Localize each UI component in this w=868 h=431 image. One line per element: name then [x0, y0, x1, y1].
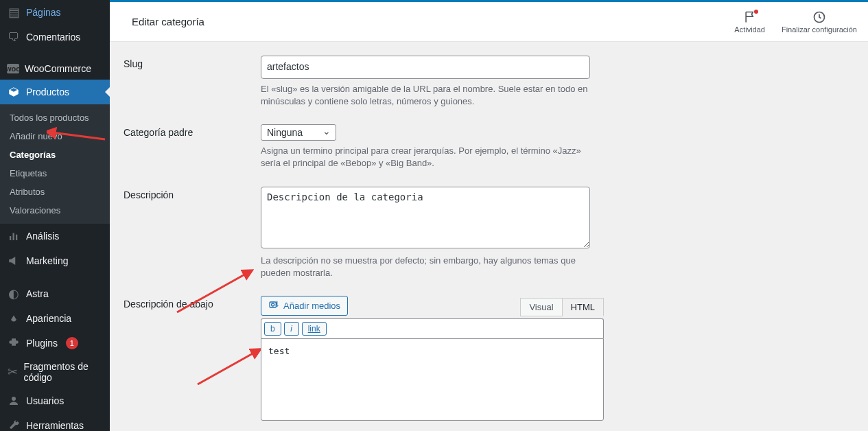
appearance-icon	[7, 312, 21, 325]
notification-dot	[754, 10, 758, 14]
code-snippets-icon: ✂	[7, 365, 19, 379]
slug-row: Slug El «slug» es la versión amigable de…	[124, 56, 854, 108]
sidebar-item-herramientas[interactable]: Herramientas	[0, 413, 110, 431]
plugins-icon	[7, 336, 21, 350]
camera-music-icon	[268, 299, 279, 312]
sidebar-item-comentarios[interactable]: 🗨 Comentarios	[0, 25, 110, 49]
sidebar-label: Fragmentos de código	[24, 361, 103, 383]
slug-input[interactable]	[261, 56, 590, 79]
description-label: Descripción	[124, 187, 261, 279]
page-title: Editar categoría	[110, 16, 204, 27]
tab-html[interactable]: HTML	[563, 298, 604, 316]
sidebar-label: Marketing	[26, 255, 68, 266]
header-actions: Actividad Finalizar configuración	[734, 10, 868, 34]
sidebar-item-marketing[interactable]: Marketing	[0, 248, 110, 273]
tools-icon	[7, 419, 21, 431]
sidebar-label: Comentarios	[26, 32, 80, 43]
tab-visual[interactable]: Visual	[520, 298, 562, 316]
quicktags-toolbar: b i link	[261, 318, 604, 338]
analytics-icon	[7, 229, 21, 243]
finish-label: Finalizar configuración	[782, 25, 857, 34]
finish-setup-button[interactable]: Finalizar configuración	[782, 10, 857, 34]
bold-button[interactable]: b	[264, 322, 281, 336]
submenu-todos-productos[interactable]: Todos los productos	[0, 108, 110, 127]
bottom-description-row: Descripción de abajo Añadir medios Visua…	[124, 296, 854, 421]
products-icon	[7, 85, 21, 99]
plugins-count-badge: 1	[66, 337, 78, 349]
sidebar-item-astra[interactable]: ◐ Astra	[0, 281, 110, 306]
sidebar-item-paginas[interactable]: ▤ Páginas	[0, 0, 110, 25]
sidebar-label: Páginas	[26, 7, 61, 18]
italic-button[interactable]: i	[284, 322, 299, 336]
sidebar-item-usuarios[interactable]: Usuarios	[0, 388, 110, 413]
sidebar-item-woocommerce[interactable]: woo WooCommerce	[0, 58, 110, 80]
svg-point-12	[272, 303, 274, 306]
sidebar-item-fragmentos[interactable]: ✂ Fragmentos de código	[0, 356, 110, 388]
sidebar-label: Apariencia	[26, 313, 71, 324]
svg-rect-0	[10, 236, 11, 240]
bottom-description-label: Descripción de abajo	[124, 296, 261, 421]
sidebar-item-plugins[interactable]: Plugins 1	[0, 331, 110, 356]
submenu-etiquetas[interactable]: Etiquetas	[0, 164, 110, 183]
add-media-label: Añadir medios	[283, 301, 340, 311]
woocommerce-icon: woo	[7, 64, 19, 73]
sidebar-label: Herramientas	[26, 420, 84, 431]
parent-help: Asigna un termino principal para crear j…	[261, 145, 597, 170]
editor-tabs: Visual HTML	[520, 297, 604, 316]
submenu-valoraciones[interactable]: Valoraciones	[0, 201, 110, 220]
parent-label: Categoría padre	[124, 124, 261, 170]
svg-rect-2	[16, 235, 17, 240]
parent-select[interactable]: Ninguna	[261, 124, 336, 141]
clock-icon	[812, 10, 826, 24]
description-textarea[interactable]: Descripcion de la categoria	[261, 187, 590, 248]
submenu-atributos[interactable]: Atributos	[0, 183, 110, 201]
svg-rect-11	[270, 302, 276, 307]
sidebar-item-productos[interactable]: Productos	[0, 80, 110, 104]
html-editor-textarea[interactable]: test	[261, 338, 604, 421]
users-icon	[7, 394, 21, 408]
description-help: La descripción no se muestra por defecto…	[261, 255, 597, 279]
sidebar-label: Plugins	[26, 338, 58, 349]
astra-icon: ◐	[7, 287, 21, 301]
submenu-anadir-nuevo[interactable]: Añadir nuevo	[0, 127, 110, 145]
slug-help: El «slug» es la versión amigable de la U…	[261, 83, 597, 108]
sidebar-item-apariencia[interactable]: Apariencia	[0, 306, 110, 331]
flag-icon	[743, 10, 757, 24]
slug-label: Slug	[124, 56, 261, 108]
sidebar-label: Análisis	[26, 231, 59, 242]
pages-icon: ▤	[7, 5, 21, 19]
productos-submenu: Todos los productos Añadir nuevo Categor…	[0, 104, 110, 224]
parent-row: Categoría padre Ninguna Asigna un termin…	[124, 124, 854, 170]
sidebar-label: WooCommerce	[25, 63, 91, 74]
marketing-icon	[7, 254, 21, 268]
add-media-button[interactable]: Añadir medios	[261, 296, 348, 316]
page-header: Editar categoría Actividad Finalizar con…	[110, 2, 868, 42]
svg-rect-1	[13, 233, 14, 241]
admin-sidebar: ▤ Páginas 🗨 Comentarios woo WooCommerce …	[0, 0, 110, 431]
sidebar-label: Astra	[26, 288, 49, 299]
description-row: Descripción Descripcion de la categoria …	[124, 187, 854, 279]
activity-label: Actividad	[734, 25, 765, 34]
submenu-categorias[interactable]: Categorías	[0, 145, 110, 164]
sidebar-label: Productos	[26, 86, 69, 97]
content-area: Slug El «slug» es la versión amigable de…	[110, 42, 868, 431]
sidebar-item-analisis[interactable]: Análisis	[0, 224, 110, 248]
link-button[interactable]: link	[302, 322, 327, 336]
svg-point-3	[12, 397, 16, 401]
comments-icon: 🗨	[7, 30, 21, 44]
sidebar-label: Usuarios	[26, 395, 64, 406]
activity-button[interactable]: Actividad	[734, 10, 765, 34]
